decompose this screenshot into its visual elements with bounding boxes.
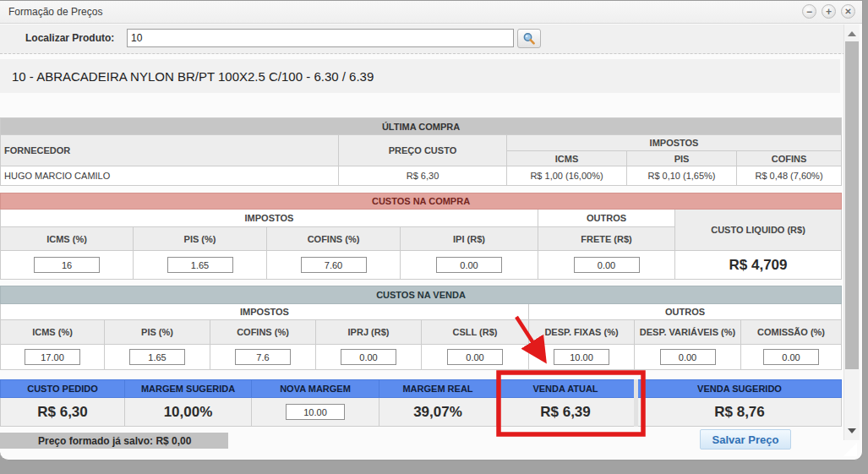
custo-liquido-header: CUSTO LIQUIDO (R$) [675,210,842,251]
save-price-button[interactable]: Salvar Preço [700,429,791,449]
desp-fixas-label: DESP. FIXAS (%) [529,320,635,345]
ultima-compra-table: ÚLTIMA COMPRA FORNECEDOR PREÇO CUSTO IMP… [0,117,842,186]
desp-variaveis-label: DESP. VARIÁVEIS (%) [635,320,741,345]
product-band: 10 - ABRACADEIRA NYLON BR/PT 100X2.5 C/1… [0,59,840,93]
icms-header: ICMS [507,151,627,166]
impostos-group-header: IMPOSTOS [1,210,538,227]
cofins-venda-label: COFINS (%) [210,320,316,345]
cofins-venda-input[interactable] [235,349,291,365]
pis-value: R$ 0,10 (1,65%) [627,166,737,186]
fornecedor-header: FORNECEDOR [1,135,339,166]
csll-venda-label: CSLL (R$) [422,320,529,345]
icms-venda-label: ICMS (%) [1,320,105,345]
custos-compra-title: CUSTOS NA COMPRA [1,193,842,210]
preco-custo-header: PREÇO CUSTO [339,135,507,166]
custo-pedido-header: CUSTO PEDIDO [1,380,125,398]
minimize-icon[interactable]: − [802,4,816,19]
search-toolbar: Localizar Produto: [0,25,845,54]
desp-fixas-input[interactable] [554,349,609,365]
ipi-compra-label: IPI (R$) [401,227,538,251]
scroll-down-icon[interactable] [848,428,856,433]
cofins-header: COFINS [737,151,842,166]
ipi-compra-input[interactable] [436,257,502,273]
search-button[interactable] [517,29,541,48]
custos-na-venda-table: CUSTOS NA VENDA IMPOSTOS OUTROS ICMS (%)… [0,286,842,370]
product-title: 10 - ABRACADEIRA NYLON BR/PT 100X2.5 C/1… [12,69,374,84]
margem-real-value: 39,07% [379,398,497,427]
cofins-compra-input[interactable] [301,257,367,273]
custo-pedido-value: R$ 6,30 [1,398,125,427]
preco-custo-value: R$ 6,30 [339,166,507,186]
scroll-up-icon[interactable] [848,31,856,36]
table-row: HUGO MARCIO CAMILO R$ 6,30 R$ 1,00 (16,0… [1,166,842,186]
magnifier-icon [522,32,536,46]
formacao-de-precos-window: Formação de Preços − + ✕ Localizar Produ… [0,0,863,460]
icms-compra-label: ICMS (%) [1,227,134,251]
csll-venda-input[interactable] [447,349,503,365]
venda-sugerido-header: VENDA SUGERIDO [636,380,842,398]
venda-atual-header: VENDA ATUAL [497,380,636,398]
cofins-value: R$ 0,48 (7,60%) [737,166,842,186]
resultado-table: CUSTO PEDIDO MARGEM SUGERIDA NOVA MARGEM… [0,379,842,427]
window-title: Formação de Preços [8,6,102,18]
nova-margem-header: NOVA MARGEM [252,380,379,398]
status-strip: Preço formado já salvo: R$ 0,00 [0,433,228,449]
window-titlebar: Formação de Preços − + ✕ [0,1,862,24]
pis-venda-input[interactable] [129,349,185,365]
custos-venda-title: CUSTOS NA VENDA [1,286,842,304]
pis-header: PIS [627,151,737,166]
margem-sugerida-header: MARGEM SUGERIDA [125,380,252,398]
venda-sugerido-value: R$ 8,76 [636,398,842,427]
frete-compra-input[interactable] [574,257,640,273]
fornecedor-value: HUGO MARCIO CAMILO [1,166,339,186]
outros-group-header: OUTROS [529,304,842,320]
icms-value: R$ 1,00 (16,00%) [507,166,627,186]
comissao-input[interactable] [763,349,819,365]
frete-compra-label: FRETE (R$) [538,227,675,251]
impostos-group-header: IMPOSTOS [507,135,842,151]
scrollbar-thumb[interactable] [845,41,859,369]
pis-venda-label: PIS (%) [105,320,210,345]
custos-na-compra-table: CUSTOS NA COMPRA IMPOSTOS OUTROS CUSTO L… [0,193,842,280]
status-text: Preço formado já salvo: R$ 0,00 [38,435,191,447]
resize-handle-icon[interactable] [843,443,857,456]
iprj-venda-input[interactable] [341,349,396,365]
nova-margem-input[interactable] [286,404,345,420]
window-controls: − + ✕ [802,4,855,19]
pis-compra-input[interactable] [167,257,233,273]
comissao-label: COMISSÃO (%) [741,320,842,345]
outros-group-header: OUTROS [538,210,675,227]
custo-liquido-value: R$ 4,709 [675,251,842,280]
icms-venda-input[interactable] [25,349,80,365]
ultima-compra-title: ÚLTIMA COMPRA [1,118,842,135]
icms-compra-input[interactable] [34,257,100,273]
vertical-scrollbar[interactable] [843,25,860,440]
iprj-venda-label: IPRJ (R$) [316,320,422,345]
impostos-group-header: IMPOSTOS [1,304,529,320]
desp-variaveis-input[interactable] [660,349,716,365]
pis-compra-label: PIS (%) [134,227,267,251]
venda-atual-value: R$ 6,39 [497,398,636,427]
cofins-compra-label: COFINS (%) [267,227,401,251]
maximize-icon[interactable]: + [822,4,836,19]
margem-sugerida-value: 10,00% [125,398,252,427]
search-label: Localizar Produto: [25,32,114,44]
search-input[interactable] [127,29,514,47]
margem-real-header: MARGEM REAL [379,380,497,398]
close-icon[interactable]: ✕ [841,4,855,19]
